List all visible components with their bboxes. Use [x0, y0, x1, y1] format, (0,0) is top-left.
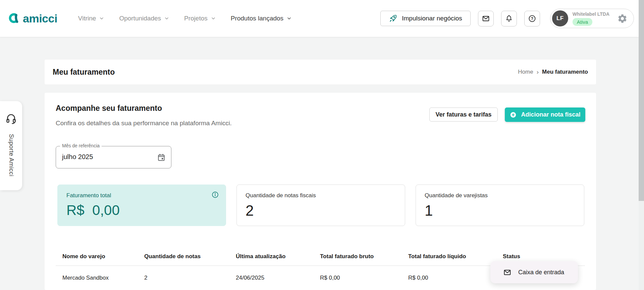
stat-label: Quantidade de varejistas	[425, 192, 575, 199]
account-info: Whitelabel LTDA Ativa	[573, 11, 609, 26]
view-invoices-button[interactable]: Ver faturas e tarifas	[429, 107, 498, 122]
column-header-updated: Última atualização	[236, 253, 320, 260]
billing-overview-card: Acompanhe seu faturamento Confira os det…	[45, 93, 596, 290]
stat-value: 1	[425, 202, 575, 219]
mail-icon	[503, 268, 512, 277]
account-company-name: Whitelabel LTDA	[573, 11, 609, 17]
boost-business-button[interactable]: Impulsionar negócios	[380, 11, 471, 26]
account-status-badge: Ativa	[573, 18, 592, 26]
reference-month-label: Mês de referência	[60, 143, 102, 148]
status-menu-item-inbox[interactable]: Caixa de entrada	[490, 261, 578, 283]
stat-label: Quantidade de notas fiscais	[246, 192, 396, 199]
rocket-icon	[389, 14, 397, 23]
column-header-status: Status	[503, 253, 585, 260]
stat-value: 2	[246, 202, 396, 219]
reference-month-field[interactable]: Mês de referência julho 2025	[56, 146, 171, 168]
amicci-logo[interactable]: amicci	[7, 12, 57, 25]
breadcrumb-home-link[interactable]: Home	[518, 69, 533, 75]
topbar-actions: Impulsionar negócios	[380, 9, 634, 28]
cell-retailer-name: Mercado Sandbox	[62, 275, 144, 281]
add-invoice-button[interactable]: Adicionar nota fiscal	[505, 107, 585, 122]
account-menu[interactable]: LF Whitelabel LTDA Ativa	[550, 9, 634, 28]
calendar-icon[interactable]	[157, 153, 166, 162]
stats-row: Faturamento total R$ 0,00 Quantidade de …	[57, 185, 584, 226]
nav-item-label: Oportunidades	[119, 15, 161, 22]
chevron-down-icon	[99, 16, 104, 21]
nav-item-vitrine[interactable]: Vitrine	[78, 15, 105, 22]
chevron-down-icon	[164, 16, 169, 21]
main-nav: Vitrine Oportunidades Projetos Produtos …	[78, 15, 292, 22]
help-button[interactable]: ?	[524, 11, 540, 26]
nav-item-label: Projetos	[184, 15, 208, 22]
column-header-retailer: Nome do varejo	[62, 253, 144, 260]
column-header-net: Total faturado líquido	[408, 253, 503, 260]
amicci-logo-icon	[7, 12, 20, 25]
section-heading: Acompanhe seu faturamento	[56, 104, 162, 113]
cell-gross-total: R$ 0,00	[320, 275, 408, 281]
page-title: Meu faturamento	[53, 68, 115, 77]
mail-icon	[482, 14, 490, 23]
column-header-notes: Quantidade de notas	[144, 253, 236, 260]
section-subheading: Confira os detalhes da sua performance n…	[56, 120, 232, 127]
nav-item-label: Vitrine	[78, 15, 96, 22]
cell-net-total: R$ 0,00	[408, 275, 503, 281]
stat-label: Faturamento total	[66, 192, 217, 199]
avatar: LF	[552, 10, 568, 26]
scrollbar-track[interactable]	[639, 0, 644, 290]
top-navigation-bar: amicci Vitrine Oportunidades Projetos Pr…	[0, 0, 639, 37]
add-invoice-label: Adicionar nota fiscal	[521, 111, 580, 118]
scrollbar-thumb[interactable]	[639, 0, 644, 201]
stat-card-total-billing: Faturamento total R$ 0,00	[57, 185, 226, 226]
column-header-gross: Total faturado bruto	[320, 253, 408, 260]
support-tab-label: Suporte Amicci	[8, 134, 15, 176]
gear-icon[interactable]	[617, 13, 628, 24]
nav-item-produtos-lancados[interactable]: Produtos lançados	[231, 15, 292, 22]
stat-card-retailer-count: Quantidade de varejistas 1	[416, 185, 584, 226]
nav-item-projetos[interactable]: Projetos	[184, 15, 216, 22]
reference-month-value: julho 2025	[62, 153, 93, 161]
svg-text:?: ?	[531, 16, 533, 21]
headset-icon	[5, 113, 17, 125]
bell-icon	[505, 14, 513, 23]
notifications-button[interactable]	[501, 11, 517, 26]
nav-item-oportunidades[interactable]: Oportunidades	[119, 15, 169, 22]
status-menu-item-label: Caixa de entrada	[518, 269, 564, 276]
stat-card-invoice-count: Quantidade de notas fiscais 2	[236, 185, 405, 226]
question-circle-icon: ?	[528, 14, 536, 23]
chevron-down-icon	[211, 16, 216, 21]
chevron-down-icon	[286, 16, 292, 21]
cell-notes-count: 2	[144, 275, 236, 281]
info-icon[interactable]	[211, 191, 219, 199]
page-header-card: Meu faturamento Home › Meu faturamento	[45, 60, 596, 84]
breadcrumb-current: Meu faturamento	[542, 69, 588, 75]
breadcrumb: Home › Meu faturamento	[518, 68, 588, 76]
plus-circle-icon	[509, 111, 517, 119]
stat-value: R$ 0,00	[66, 202, 217, 218]
breadcrumb-separator: ›	[537, 68, 539, 76]
amicci-logo-text: amicci	[23, 12, 57, 25]
support-tab[interactable]: Suporte Amicci	[0, 101, 22, 190]
boost-business-label: Impulsionar negócios	[402, 15, 462, 22]
messages-button[interactable]	[478, 11, 494, 26]
nav-item-label: Produtos lançados	[231, 15, 283, 22]
cell-last-updated: 24/06/2025	[236, 275, 320, 281]
